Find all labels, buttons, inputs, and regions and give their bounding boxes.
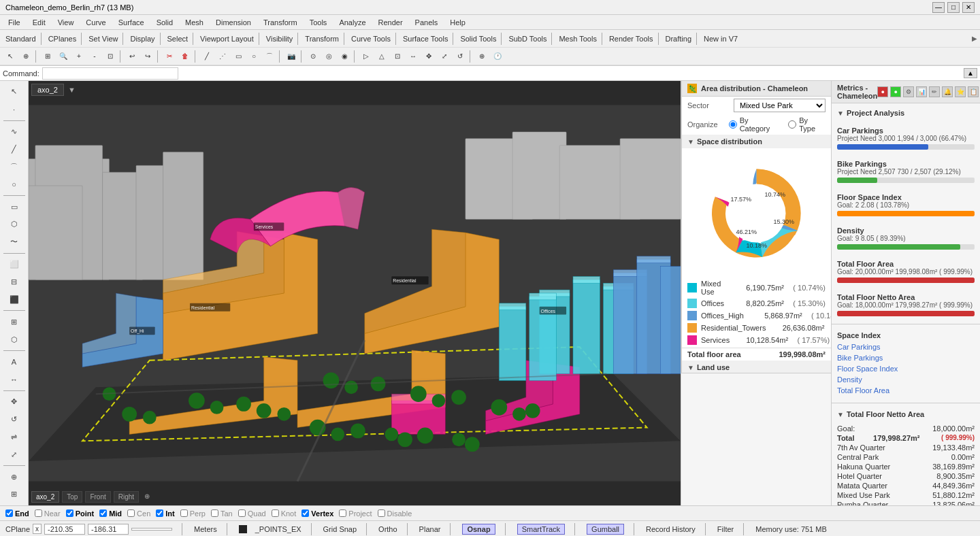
snap-cen[interactable]: Cen	[127, 509, 150, 518]
gridsnap-btn[interactable]: Grid Snap	[323, 525, 357, 533]
minimize-button[interactable]: —	[932, 2, 945, 13]
tool-zoom-win[interactable]: 🔍	[56, 49, 71, 64]
snap-int[interactable]: Int	[156, 509, 174, 518]
snap-near[interactable]: Near	[35, 509, 61, 518]
filter-btn[interactable]: Filter	[717, 525, 734, 533]
command-input[interactable]	[42, 67, 178, 80]
tool-zoom-in[interactable]: +	[71, 49, 86, 64]
lt-arc[interactable]: ⌒	[2, 158, 27, 175]
tool-snap1[interactable]: ⊙	[306, 49, 321, 64]
snap-disable[interactable]: Disable	[378, 509, 412, 518]
tool-camera[interactable]: 📷	[284, 49, 299, 64]
metrics-icon-7[interactable]: ⭐	[955, 86, 966, 97]
snap-mid[interactable]: Mid	[99, 509, 122, 518]
lt-transform[interactable]: ✥	[2, 394, 27, 410]
lt-extrude[interactable]: ⊟	[2, 274, 27, 290]
tool-rectangle[interactable]: ▭	[231, 49, 246, 64]
toolbar-surface-tools[interactable]: Surface Tools	[400, 35, 451, 43]
snap-point[interactable]: Point	[66, 509, 95, 518]
tool-snap3[interactable]: ◉	[337, 49, 352, 64]
tool-redo[interactable]: ↪	[140, 49, 155, 64]
lt-dim[interactable]: ↔	[2, 371, 27, 388]
tool-undo[interactable]: ↩	[125, 49, 140, 64]
tool-misc1[interactable]: ▷	[359, 49, 374, 64]
lt-annotate[interactable]: A	[2, 354, 27, 370]
expand-button[interactable]: ▲	[964, 68, 977, 78]
lt-poly[interactable]: ⬡	[2, 216, 27, 233]
smarttrack-btn[interactable]: SmartTrack	[517, 524, 565, 535]
menu-dimension[interactable]: Dimension	[210, 17, 257, 28]
viewport[interactable]: axo_2 ▼	[29, 81, 681, 505]
close-button[interactable]: ✕	[962, 2, 975, 13]
metrics-icon-3[interactable]: ⚙	[903, 86, 914, 97]
tool-rotate[interactable]: ↺	[453, 49, 468, 64]
tool-misc4[interactable]: ↔	[406, 49, 421, 64]
tool-snap2[interactable]: ◎	[321, 49, 336, 64]
lt-subd[interactable]: ⬡	[2, 331, 27, 348]
view-tab-right[interactable]: Right	[114, 491, 139, 503]
tool-move[interactable]: ✥	[421, 49, 436, 64]
lt-rotate[interactable]: ↺	[2, 412, 27, 428]
tool-polyline[interactable]: ⋰	[215, 49, 230, 64]
tool-zoom-ext[interactable]: ⊞	[40, 49, 55, 64]
snap-perp[interactable]: Perp	[180, 509, 206, 518]
menu-solid[interactable]: Solid	[151, 17, 178, 28]
toolbar-render-tools[interactable]: Render Tools	[606, 35, 656, 43]
toolbar-select[interactable]: Select	[165, 35, 191, 43]
tool-point[interactable]: ⊕	[18, 49, 33, 64]
lt-rect[interactable]: ▭	[2, 199, 27, 215]
toolbar-subd-tools[interactable]: SubD Tools	[506, 35, 549, 43]
tool-delete[interactable]: 🗑	[178, 49, 193, 64]
lt-osnap[interactable]: ⊕	[2, 469, 27, 485]
tool-gumball[interactable]: ⊕	[474, 49, 489, 64]
menu-curve[interactable]: Curve	[80, 17, 111, 28]
menu-analyze[interactable]: Analyze	[333, 17, 371, 28]
ortho-btn[interactable]: Ortho	[378, 525, 397, 533]
menu-view[interactable]: View	[52, 17, 80, 28]
toolbar-curve-tools[interactable]: Curve Tools	[348, 35, 393, 43]
snap-project[interactable]: Project	[339, 509, 372, 518]
toolbar-setview[interactable]: Set View	[86, 35, 120, 43]
space-link-bike[interactable]: Bike Parkings	[837, 352, 975, 363]
planar-btn[interactable]: Planar	[419, 525, 441, 533]
menu-help[interactable]: Help	[444, 17, 471, 28]
lt-mesh[interactable]: ⊞	[2, 314, 27, 330]
maximize-button[interactable]: □	[947, 2, 960, 13]
tool-arc[interactable]: ⌒	[262, 49, 277, 64]
lt-surface[interactable]: ⬜	[2, 256, 27, 273]
metrics-icon-4[interactable]: 📊	[916, 86, 927, 97]
menu-transform[interactable]: Transform	[258, 17, 303, 28]
space-link-total-fa[interactable]: Total Floor Area	[837, 385, 975, 396]
lt-curve[interactable]: ∿	[2, 124, 27, 140]
osnap-btn[interactable]: Osnap	[462, 524, 495, 535]
by-type-radio[interactable]: By Type	[788, 116, 826, 133]
toolbar-new-v7[interactable]: New in V7	[701, 35, 740, 43]
menu-surface[interactable]: Surface	[113, 17, 150, 28]
view-tab-front[interactable]: Front	[85, 491, 110, 503]
menu-file[interactable]: File	[3, 17, 26, 28]
toolbar-drafting[interactable]: Drafting	[663, 35, 695, 43]
tool-misc2[interactable]: △	[374, 49, 389, 64]
space-link-density[interactable]: Density	[837, 374, 975, 385]
viewport-label[interactable]: axo_2	[31, 84, 64, 96]
tool-cut[interactable]: ✂	[162, 49, 177, 64]
tool-line[interactable]: ╱	[199, 49, 214, 64]
menu-edit[interactable]: Edit	[27, 17, 51, 28]
gumball-btn[interactable]: Gumball	[587, 524, 624, 535]
lt-line[interactable]: ╱	[2, 141, 27, 158]
toolbar-cplanes[interactable]: CPlanes	[46, 35, 80, 43]
lt-point[interactable]: ·	[2, 101, 27, 118]
lt-freeform[interactable]: 〜	[2, 234, 27, 250]
space-link-fsi[interactable]: Floor Space Index	[837, 363, 975, 374]
tool-circle[interactable]: ○	[246, 49, 261, 64]
tool-select[interactable]: ↖	[3, 49, 18, 64]
toolbar-display[interactable]: Display	[127, 35, 157, 43]
view-tab-top[interactable]: Top	[62, 491, 82, 503]
tool-scale[interactable]: ⤢	[437, 49, 452, 64]
tool-clock[interactable]: 🕐	[490, 49, 505, 64]
toolbar-mesh-tools[interactable]: Mesh Tools	[556, 35, 599, 43]
snap-knot[interactable]: Knot	[272, 509, 297, 518]
menu-panels[interactable]: Panels	[410, 17, 444, 28]
toolbar-standard[interactable]: Standard	[3, 35, 39, 43]
lt-circle[interactable]: ○	[2, 176, 27, 192]
